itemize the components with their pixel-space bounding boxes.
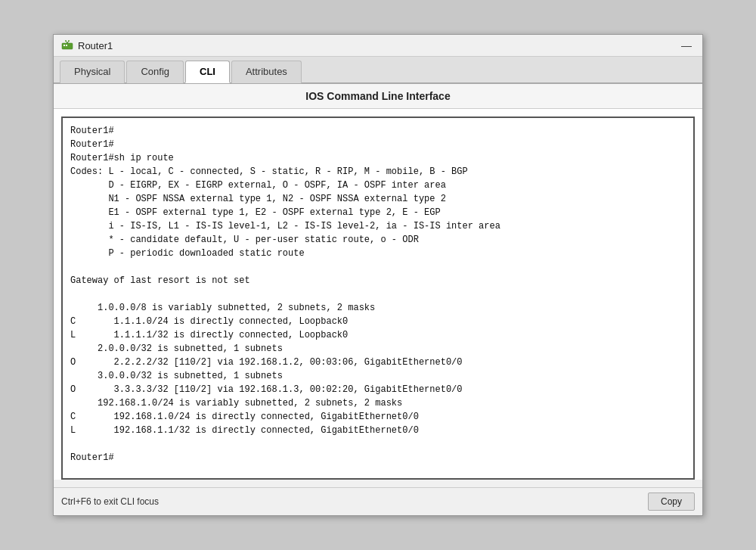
- title-bar-left: Router1: [61, 39, 113, 51]
- tab-bar: Physical Config CLI Attributes: [54, 57, 702, 84]
- cli-terminal[interactable]: Router1# Router1# Router1#sh ip route Co…: [61, 117, 695, 480]
- content-area: IOS Command Line Interface Router1# Rout…: [54, 84, 702, 480]
- tab-attributes[interactable]: Attributes: [231, 61, 302, 83]
- title-bar: Router1 —: [54, 35, 702, 57]
- minimize-button[interactable]: —: [678, 40, 695, 51]
- svg-point-5: [65, 40, 67, 42]
- cli-header: IOS Command Line Interface: [54, 84, 702, 109]
- cli-focus-hint: Ctrl+F6 to exit CLI focus: [61, 496, 159, 507]
- router-window: Router1 — Physical Config CLI Attributes…: [53, 34, 703, 516]
- title-controls: —: [678, 40, 695, 51]
- window-title: Router1: [78, 40, 113, 51]
- tab-config[interactable]: Config: [126, 61, 184, 83]
- router-icon: [61, 39, 73, 51]
- svg-rect-2: [66, 45, 67, 46]
- svg-rect-0: [62, 43, 73, 49]
- svg-rect-1: [64, 45, 65, 46]
- status-bar: Ctrl+F6 to exit CLI focus Copy: [54, 487, 702, 515]
- tab-physical[interactable]: Physical: [60, 61, 125, 83]
- copy-button[interactable]: Copy: [648, 493, 695, 511]
- tab-cli[interactable]: CLI: [185, 61, 230, 83]
- svg-point-6: [68, 40, 70, 42]
